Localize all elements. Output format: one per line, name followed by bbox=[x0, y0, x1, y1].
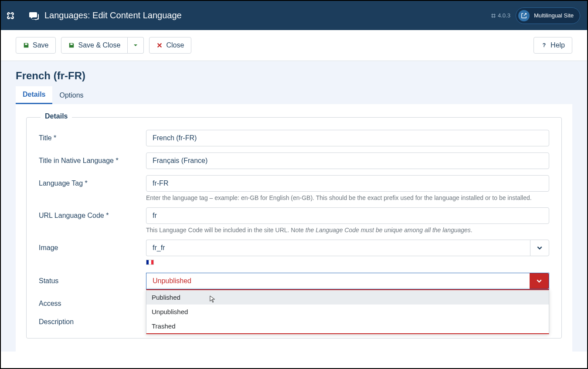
status-option-published[interactable]: Published bbox=[146, 290, 549, 305]
save-dropdown-toggle[interactable] bbox=[128, 37, 144, 54]
input-title[interactable] bbox=[146, 130, 549, 146]
header-bar: Languages: Edit Content Language 4.0.3 M… bbox=[1, 1, 587, 30]
help-url-code: This Language Code will be included in t… bbox=[146, 227, 549, 234]
help-tag: Enter the language tag – example: en-GB … bbox=[146, 194, 549, 201]
page-title: French (fr-FR) bbox=[16, 61, 572, 86]
flag-preview bbox=[146, 260, 154, 265]
select-image-chevron[interactable] bbox=[530, 240, 549, 256]
close-icon bbox=[156, 42, 163, 48]
version-text: 4.0.3 bbox=[498, 12, 510, 19]
tab-details[interactable]: Details bbox=[16, 86, 52, 104]
label-native: Title in Native Language * bbox=[39, 152, 146, 165]
select-image-value: fr_fr bbox=[146, 240, 530, 256]
header-title-text: Languages: Edit Content Language bbox=[44, 10, 182, 20]
site-link[interactable]: Multilingual Site bbox=[516, 7, 580, 24]
status-dropdown-menu: Published Unpublished Trashed bbox=[146, 289, 549, 334]
label-image: Image bbox=[39, 240, 146, 252]
row-url-code: URL Language Code * This Language Code w… bbox=[39, 207, 549, 234]
row-tag: Language Tag * Enter the language tag – … bbox=[39, 175, 549, 201]
save-close-group: Save & Close bbox=[61, 37, 144, 54]
save-icon bbox=[23, 42, 29, 48]
save-icon bbox=[68, 42, 75, 48]
question-icon: ? bbox=[541, 42, 547, 48]
chevron-down-icon bbox=[537, 245, 543, 251]
row-native: Title in Native Language * bbox=[39, 152, 549, 169]
tab-content: Details Title * Title in Native Language… bbox=[16, 104, 572, 352]
select-status[interactable]: Unpublished bbox=[146, 273, 549, 289]
page-heading: Languages: Edit Content Language bbox=[29, 10, 182, 20]
header-right: 4.0.3 Multilingual Site bbox=[491, 7, 580, 24]
chevron-down-icon bbox=[536, 278, 542, 284]
input-tag[interactable] bbox=[146, 175, 549, 192]
label-status: Status bbox=[39, 273, 146, 285]
save-button[interactable]: Save bbox=[16, 37, 56, 54]
external-link-icon bbox=[518, 10, 530, 21]
toolbar: Save Save & Close Close ? Help bbox=[1, 30, 587, 61]
label-tag: Language Tag * bbox=[39, 175, 146, 187]
select-status-chevron[interactable] bbox=[530, 273, 549, 289]
save-close-button[interactable]: Save & Close bbox=[61, 37, 128, 54]
label-url-code: URL Language Code * bbox=[39, 207, 146, 220]
content-area: French (fr-FR) Details Options Details T… bbox=[1, 61, 587, 352]
row-title: Title * bbox=[39, 130, 549, 146]
chevron-down-icon bbox=[133, 43, 138, 48]
version-badge[interactable]: 4.0.3 bbox=[491, 12, 510, 19]
label-access: Access bbox=[39, 295, 146, 308]
input-native[interactable] bbox=[146, 152, 549, 169]
status-option-unpublished[interactable]: Unpublished bbox=[146, 305, 549, 319]
tab-options[interactable]: Options bbox=[52, 86, 90, 104]
joomla-logo[interactable] bbox=[1, 1, 20, 30]
joomla-icon bbox=[6, 11, 15, 20]
input-url-code[interactable] bbox=[146, 207, 549, 224]
row-image: Image fr_fr bbox=[39, 240, 549, 267]
label-description: Description bbox=[39, 314, 146, 326]
help-button[interactable]: ? Help bbox=[534, 37, 572, 54]
label-title: Title * bbox=[39, 130, 146, 142]
fieldset-legend: Details bbox=[41, 112, 72, 120]
tabs: Details Options bbox=[16, 86, 572, 104]
joomla-small-icon bbox=[491, 13, 496, 18]
comments-icon bbox=[29, 11, 39, 20]
svg-text:?: ? bbox=[543, 42, 546, 48]
close-button[interactable]: Close bbox=[149, 37, 191, 54]
details-fieldset: Details Title * Title in Native Language… bbox=[26, 117, 562, 339]
row-status: Status Unpublished Published Unpublished… bbox=[39, 273, 549, 289]
site-link-text: Multilingual Site bbox=[534, 12, 574, 19]
select-status-value: Unpublished bbox=[146, 273, 530, 289]
status-option-trashed[interactable]: Trashed bbox=[146, 319, 549, 333]
select-image[interactable]: fr_fr bbox=[146, 240, 549, 256]
